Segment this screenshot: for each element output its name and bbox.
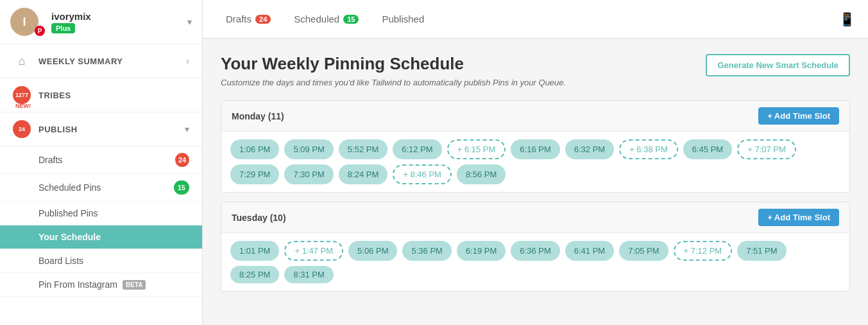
board-lists-label: Board Lists <box>38 256 83 266</box>
time-slot[interactable]: 7:29 PM <box>230 164 279 184</box>
device-toggle[interactable]: 📱 <box>839 12 855 27</box>
avatar-wrap: I P <box>10 8 45 36</box>
time-slot[interactable]: 8:25 PM <box>230 266 279 283</box>
sidebar-item-pin-from-instagram[interactable]: Pin From Instagram BETA <box>0 273 202 297</box>
sidebar-tribes-label: TRIBES <box>38 91 71 100</box>
house-icon: ⌂ <box>13 52 31 70</box>
tab-published-label: Published <box>382 13 424 24</box>
sidebar-item-label: WEEKLY SUMMARY <box>38 57 123 66</box>
sidebar-item-published-pins[interactable]: Published Pins <box>0 202 202 225</box>
tab-drafts-label: Drafts <box>226 13 251 24</box>
tab-drafts[interactable]: Drafts 24 <box>216 8 281 30</box>
publish-badge-number: 24 <box>19 126 25 132</box>
time-slot[interactable]: + 6:38 PM <box>619 139 678 159</box>
drafts-label: Drafts <box>38 155 62 165</box>
tribes-badge-number: 1277 <box>15 92 28 98</box>
time-slot[interactable]: 6:12 PM <box>393 139 441 159</box>
sidebar-item-your-schedule[interactable]: Your Schedule <box>0 225 202 249</box>
time-slot[interactable]: 8:31 PM <box>284 266 333 283</box>
time-slot[interactable]: + 1:47 PM <box>284 241 343 261</box>
sidebar-item-board-lists[interactable]: Board Lists <box>0 249 202 273</box>
tab-scheduled[interactable]: Scheduled 15 <box>284 8 369 30</box>
expand-icon: ▾ <box>185 124 189 134</box>
sidebar-username: ivorymix <box>51 11 182 22</box>
schedule-title-block: Your Weekly Pinning Schedule Customize t… <box>221 54 566 87</box>
time-slot[interactable]: 5:06 PM <box>348 241 397 261</box>
time-slot[interactable]: 7:05 PM <box>619 241 668 261</box>
publish-icon: 24 <box>13 120 31 138</box>
chevron-right-icon: › <box>186 56 189 66</box>
tabs-bar: Drafts 24 Scheduled 15 Published 📱 <box>203 0 868 39</box>
scheduled-tab-badge: 15 <box>343 15 359 24</box>
schedule-title: Your Weekly Pinning Schedule <box>221 54 566 74</box>
pin-instagram-label: Pin From Instagram <box>38 279 117 290</box>
pinterest-icon: P <box>35 26 45 36</box>
tribes-icon: 1277 <box>13 86 31 104</box>
time-slot[interactable]: 8:24 PM <box>339 164 387 184</box>
monday-title: Monday (11) <box>232 111 284 121</box>
time-slot[interactable]: + 6:15 PM <box>447 139 506 159</box>
beta-badge: BETA <box>123 280 146 290</box>
time-slot[interactable]: 7:30 PM <box>284 164 333 184</box>
sidebar-item-weekly-summary[interactable]: ⌂ WEEKLY SUMMARY › <box>0 44 202 78</box>
time-slot[interactable]: 6:41 PM <box>565 241 614 261</box>
tuesday-add-time-slot-button[interactable]: + Add Time Slot <box>758 209 839 226</box>
monday-header: Monday (11) + Add Time Slot <box>221 101 849 132</box>
drafts-badge: 24 <box>175 153 189 167</box>
plus-badge: Plus <box>51 23 75 33</box>
time-slot[interactable]: 5:52 PM <box>339 139 387 159</box>
time-slot[interactable]: 6:45 PM <box>683 139 732 159</box>
schedule-header: Your Weekly Pinning Schedule Customize t… <box>221 54 850 87</box>
time-slot[interactable]: 8:56 PM <box>457 164 506 184</box>
time-slot[interactable]: 6:19 PM <box>457 241 506 261</box>
scheduled-pins-badge: 15 <box>174 180 189 195</box>
publish-sub-nav: Drafts 24 Scheduled Pins 15 Published Pi… <box>0 146 202 297</box>
sidebar: I P ivorymix Plus ▾ ⌂ WEEKLY SUMMARY › 1… <box>0 0 203 325</box>
time-slot[interactable]: + 7:07 PM <box>737 139 796 159</box>
generate-smart-schedule-button[interactable]: Generate New Smart Schedule <box>706 54 850 76</box>
tuesday-time-slots: 1:01 PM+ 1:47 PM5:06 PM5:36 PM6:19 PM6:3… <box>221 233 849 291</box>
time-slot[interactable]: 1:01 PM <box>230 241 279 261</box>
main-content: Drafts 24 Scheduled 15 Published 📱 Your … <box>203 0 868 325</box>
mobile-icon: 📱 <box>839 12 855 27</box>
time-slot[interactable]: 6:32 PM <box>565 139 614 159</box>
tuesday-title: Tuesday (10) <box>232 213 286 223</box>
tab-scheduled-label: Scheduled <box>294 13 339 24</box>
time-slot[interactable]: 1:06 PM <box>230 139 279 159</box>
your-schedule-label: Your Schedule <box>38 232 101 242</box>
sidebar-item-publish[interactable]: 24 PUBLISH ▾ <box>0 112 202 146</box>
time-slot[interactable]: 6:36 PM <box>511 241 559 261</box>
time-slot[interactable]: + 8:46 PM <box>393 164 452 184</box>
monday-time-slots: 1:06 PM5:09 PM5:52 PM6:12 PM+ 6:15 PM6:1… <box>221 132 849 192</box>
scheduled-pins-label: Scheduled Pins <box>38 182 101 193</box>
tuesday-header: Tuesday (10) + Add Time Slot <box>221 202 849 233</box>
time-slot[interactable]: 7:51 PM <box>737 241 786 261</box>
time-slot[interactable]: + 7:12 PM <box>674 241 733 261</box>
published-pins-label: Published Pins <box>38 208 98 218</box>
new-badge: NEW! <box>15 103 31 109</box>
schedule-content: Your Weekly Pinning Schedule Customize t… <box>203 39 868 325</box>
chevron-down-icon: ▾ <box>187 17 192 27</box>
sidebar-item-drafts[interactable]: Drafts 24 <box>0 146 202 174</box>
sidebar-user-row[interactable]: I P ivorymix Plus ▾ <box>0 0 202 44</box>
sidebar-publish-label: PUBLISH <box>38 125 78 134</box>
time-slot[interactable]: 5:36 PM <box>402 241 451 261</box>
schedule-subtitle: Customize the days and times you'd like … <box>221 78 566 87</box>
drafts-tab-badge: 24 <box>255 15 271 24</box>
monday-add-time-slot-button[interactable]: + Add Time Slot <box>758 107 839 125</box>
sidebar-item-tribes[interactable]: 1277 TRIBES NEW! <box>0 78 202 112</box>
monday-block: Monday (11) + Add Time Slot 1:06 PM5:09 … <box>221 100 850 193</box>
tuesday-block: Tuesday (10) + Add Time Slot 1:01 PM+ 1:… <box>221 202 850 292</box>
tab-published[interactable]: Published <box>371 8 434 30</box>
time-slot[interactable]: 5:09 PM <box>284 139 333 159</box>
sidebar-item-scheduled-pins[interactable]: Scheduled Pins 15 <box>0 174 202 202</box>
time-slot[interactable]: 6:16 PM <box>511 139 559 159</box>
